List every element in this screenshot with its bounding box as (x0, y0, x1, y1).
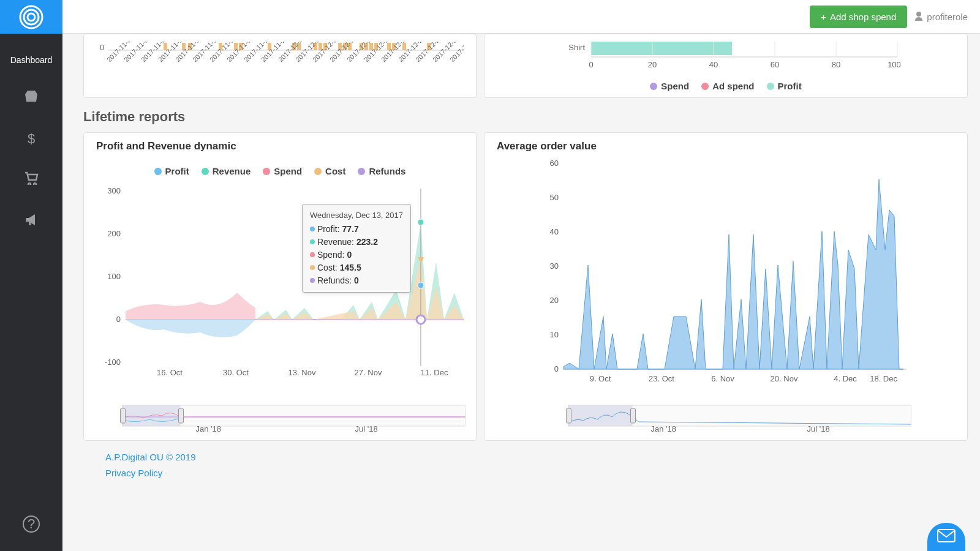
help-icon: ? (28, 516, 35, 532)
svg-point-2 (28, 13, 35, 21)
help-button[interactable]: ? (23, 515, 40, 533)
dollar-icon: $ (28, 131, 35, 147)
top-right-legend: Spend Ad spend Profit (497, 81, 955, 91)
svg-text:Jul '18: Jul '18 (355, 424, 378, 433)
username: profiterole (927, 12, 968, 22)
top-right-chart: Shirt 0 20 40 60 80 100 (484, 34, 968, 98)
cart-icon (24, 171, 39, 189)
sidebar-item-dashboard[interactable]: Dashboard (0, 43, 62, 77)
svg-rect-104 (938, 530, 955, 542)
y-zero-label: 0 (100, 43, 104, 52)
aov-card: Average order value 60 50 40 30 20 10 0 … (484, 132, 968, 441)
svg-rect-80 (121, 408, 126, 423)
svg-text:16. Oct: 16. Oct (157, 368, 183, 377)
sidebar-item-shop[interactable] (0, 77, 62, 119)
svg-point-3 (916, 12, 921, 17)
svg-text:200: 200 (107, 229, 121, 238)
svg-text:27. Nov: 27. Nov (355, 368, 382, 377)
svg-text:80: 80 (832, 60, 840, 69)
legend-spend[interactable]: Spend (263, 166, 302, 176)
button-label: Add shop spend (830, 12, 896, 22)
svg-text:11. Dec: 11. Dec (421, 368, 448, 377)
svg-text:50: 50 (550, 193, 559, 202)
sidebar-item-label: Dashboard (10, 55, 53, 65)
card-title: Profit and Revenue dynamic (96, 140, 464, 152)
svg-text:300: 300 (107, 186, 121, 195)
bag-icon (24, 89, 39, 107)
svg-rect-101 (631, 408, 636, 423)
legend-ad-spend[interactable]: Ad spend (701, 81, 754, 91)
svg-text:100: 100 (107, 272, 121, 281)
card-title: Average order value (497, 140, 955, 152)
svg-point-69 (418, 219, 424, 225)
footer: A.P.Digital OU © 2019 Privacy Policy (83, 441, 968, 481)
svg-text:30. Oct: 30. Oct (223, 368, 249, 377)
svg-text:40: 40 (709, 60, 718, 69)
svg-text:20: 20 (648, 60, 657, 69)
svg-text:30: 30 (550, 261, 559, 271)
svg-text:40: 40 (550, 227, 559, 236)
legend-profit[interactable]: Profit (154, 166, 189, 176)
aov-chart[interactable]: 60 50 40 30 20 10 0 9. Oct 23. Oct 6. No… (497, 155, 955, 388)
svg-point-71 (417, 315, 425, 324)
topbar: + Add shop spend profiterole (62, 0, 980, 34)
svg-point-1 (24, 10, 39, 24)
legend-refunds[interactable]: Refunds (358, 166, 405, 176)
svg-text:0: 0 (116, 315, 121, 324)
bar-chart-top[interactable]: 0 2017-11-01 (96, 42, 464, 97)
svg-text:-100: -100 (105, 358, 121, 367)
svg-text:18. Dec: 18. Dec (870, 374, 897, 383)
sidebar: Dashboard $ ? (0, 0, 62, 551)
svg-text:20. Nov: 20. Nov (771, 374, 798, 383)
sidebar-item-cart[interactable] (0, 159, 62, 201)
x-ticks: 2017-11-01 2017-11-04 2017-11-07 2017-11… (105, 42, 464, 63)
svg-text:13. Nov: 13. Nov (288, 368, 316, 377)
profit-revenue-card: Profit and Revenue dynamic Profit Revenu… (83, 132, 477, 441)
svg-text:Jan '18: Jan '18 (196, 424, 222, 433)
top-small-chart: 0 2017-11-01 (83, 34, 477, 98)
svg-point-70 (418, 282, 424, 288)
footer-copyright[interactable]: A.P.Digital OU © 2019 (105, 449, 968, 465)
chart-tooltip: Wednesday, Dec 13, 2017 Profit: 77.7 Rev… (302, 204, 411, 293)
profit-bar (591, 42, 732, 55)
user-menu[interactable]: profiterole (914, 11, 968, 23)
legend-spend[interactable]: Spend (650, 81, 689, 91)
svg-text:20: 20 (550, 296, 559, 305)
hbar-chart[interactable]: Shirt 0 20 40 60 80 100 (497, 42, 955, 78)
svg-text:60: 60 (550, 159, 559, 168)
svg-text:100: 100 (888, 60, 901, 69)
sidebar-item-announce[interactable] (0, 201, 62, 242)
mail-fab[interactable] (927, 523, 965, 551)
svg-text:0: 0 (554, 364, 559, 373)
tooltip-date: Wednesday, Dec 13, 2017 (310, 209, 403, 222)
mail-icon (937, 528, 956, 547)
svg-text:4. Dec: 4. Dec (834, 374, 857, 383)
svg-text:Jan '18: Jan '18 (651, 424, 677, 433)
svg-text:Jul '18: Jul '18 (807, 424, 830, 433)
svg-rect-99 (568, 405, 633, 426)
svg-text:6. Nov: 6. Nov (711, 374, 734, 383)
add-shop-spend-button[interactable]: + Add shop spend (810, 6, 907, 28)
range-navigator[interactable]: Jan '18 Jul '18 (118, 403, 470, 433)
svg-text:23. Oct: 23. Oct (649, 374, 674, 383)
plus-icon: + (821, 12, 826, 22)
sidebar-item-money[interactable]: $ (0, 119, 62, 159)
footer-privacy[interactable]: Privacy Policy (105, 465, 968, 481)
megaphone-icon (24, 213, 39, 230)
user-icon (914, 11, 923, 23)
section-lifetime: Lifetime reports (83, 109, 968, 125)
legend-revenue[interactable]: Revenue (202, 166, 251, 176)
svg-rect-81 (179, 408, 184, 423)
legend-cost[interactable]: Cost (314, 166, 345, 176)
svg-text:10: 10 (550, 330, 559, 339)
svg-text:60: 60 (771, 60, 779, 69)
svg-rect-100 (567, 408, 571, 423)
legend-profit[interactable]: Profit (767, 81, 802, 91)
category-label: Shirt (568, 43, 585, 52)
svg-text:9. Oct: 9. Oct (590, 374, 611, 383)
brand-logo[interactable] (0, 0, 62, 34)
range-navigator[interactable]: Jan '18 Jul '18 (518, 403, 961, 433)
profit-legend: Profit Revenue Spend Cost Refunds (96, 166, 464, 176)
svg-text:0: 0 (589, 60, 593, 69)
